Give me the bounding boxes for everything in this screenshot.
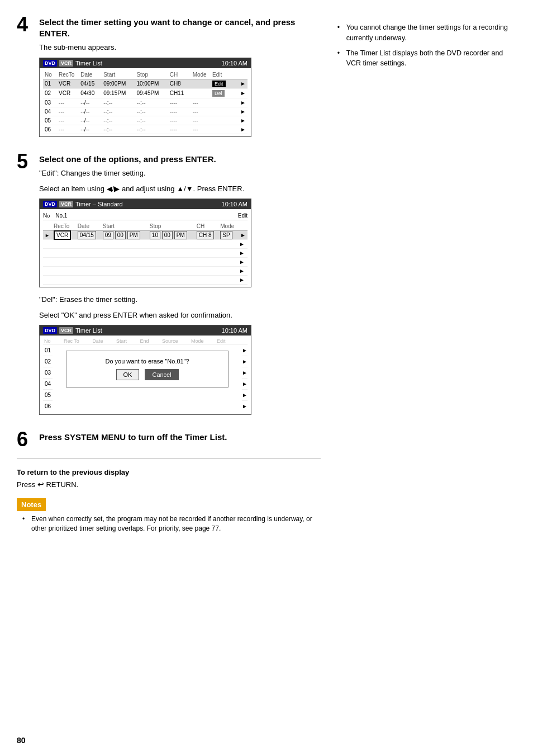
row2-mode	[191, 88, 211, 98]
row1-ch: CH8	[168, 79, 191, 88]
row2-stop: 09:45PM	[135, 88, 168, 98]
timer-list-time-2: 10:10 AM	[222, 327, 248, 334]
row5-recto: ---	[57, 116, 79, 125]
row4-recto: ---	[57, 107, 79, 116]
ts-col-recto: RecTo	[52, 222, 76, 231]
dvd-badge-1: DVD	[43, 60, 57, 67]
row1-mode	[191, 79, 211, 88]
ts-row-recto: VCR	[52, 231, 76, 240]
row3-recto: ---	[57, 98, 79, 107]
table-row: 04 --- --/-- --:-- --:-- ---- --- ►	[43, 107, 248, 116]
arrow-01: ►	[242, 346, 248, 356]
row3-start: --:--	[102, 98, 135, 107]
col-no: No	[43, 70, 57, 79]
right-dot-2: •	[337, 48, 343, 69]
step5-block: 5 Select one of the options, and press E…	[17, 154, 321, 422]
row2-recto: VCR	[57, 88, 79, 98]
row6-edit	[211, 125, 237, 134]
arrow-02: ►	[242, 357, 248, 367]
vcr-badge-3: VCR	[59, 327, 73, 334]
timer-list-body-1: No RecTo Date Start Stop CH Mode Edit	[40, 68, 251, 136]
row3-edit	[211, 98, 237, 107]
timer-list-title-1: Timer List	[75, 60, 102, 67]
row3-mode: ---	[191, 98, 211, 107]
ts-row-arrow: ►	[239, 231, 248, 240]
mode-field: SP	[220, 231, 232, 239]
arrow-03: ►	[242, 368, 248, 379]
timer-list-box-1: DVD VCR Timer List 10:10 AM No RecTo	[39, 58, 251, 137]
timer-standard-col-row: RecTo Date Start Stop CH Mode	[43, 222, 248, 231]
arrow-04: ►	[242, 380, 248, 390]
confirm-dialog-wrapper: Do you want to erase "No.01"? OK Cancel	[55, 346, 240, 412]
return-body: Press ↩ RETURN.	[17, 479, 321, 490]
col-mode: Mode	[191, 70, 211, 79]
timer-list-box-2: DVD VCR Timer List 10:10 AM NoRec ToDate…	[39, 325, 251, 415]
step5-del-desc2: Select "OK" and press ENTER when asked f…	[39, 310, 321, 321]
row-numbers: 01 02 03 04 05 06	[43, 346, 53, 412]
vcr-badge-1: VCR	[59, 60, 73, 67]
ok-button[interactable]: OK	[116, 369, 140, 380]
table-row: 02 VCR 04/30 09:15PM 09:45PM CH11 Del ►	[43, 88, 248, 98]
dvd-badge-3: DVD	[43, 327, 57, 334]
row1-edit[interactable]: Edit	[211, 79, 237, 88]
timer-list-body-2: NoRec ToDateStartEndSourceModeEdit 01 02…	[40, 336, 251, 414]
return-section: To return to the previous display Press …	[17, 468, 321, 490]
row6-stop: --:--	[135, 125, 168, 134]
ts-row-mode: SP	[218, 231, 239, 240]
row1-start: 09:00PM	[102, 79, 135, 88]
right-bullet-2: • The Timer List displays both the DVD r…	[337, 48, 516, 69]
right-bullet-2-text: The Timer List displays both the DVD rec…	[346, 48, 516, 69]
confirm-dialog: Do you want to erase "No.01"? OK Cancel	[66, 351, 229, 388]
row1-no: 01	[43, 79, 57, 88]
row1-stop: 10:00PM	[135, 79, 168, 88]
table-row: 03 --- --/-- --:-- --:-- ---- --- ►	[43, 98, 248, 107]
row6-arrow: ►	[237, 125, 248, 134]
ts-col-mode: Mode	[218, 222, 239, 231]
row4-date: --/--	[79, 107, 102, 116]
timer-standard-title: Timer – Standard	[75, 201, 123, 207]
row-num-04: 04	[43, 380, 53, 390]
row2-no: 02	[43, 88, 57, 98]
timer-standard-box: DVD VCR Timer – Standard 10:10 AM No No.…	[39, 199, 251, 287]
row-num-02: 02	[43, 357, 53, 367]
row2-edit[interactable]: Del	[211, 88, 237, 98]
timer-list-header-2: DVD VCR Timer List 10:10 AM	[40, 325, 251, 336]
cancel-button[interactable]: Cancel	[145, 369, 178, 380]
step4-subtitle: The sub-menu appears.	[39, 42, 321, 53]
row-num-06: 06	[43, 402, 53, 412]
vcr-badge-2: VCR	[59, 201, 73, 207]
row5-edit	[211, 116, 237, 125]
ts-row-start: 09 00 PM	[101, 231, 148, 240]
row1-arrow: ►	[237, 79, 248, 88]
notes-section: Notes • Even when correctly set, the pro…	[17, 498, 321, 533]
row4-arrow: ►	[237, 107, 248, 116]
ch-field: CH 8	[197, 231, 214, 239]
row-num-01: 01	[43, 346, 53, 356]
col-recto: RecTo	[57, 70, 79, 79]
start-h-field: 09	[103, 231, 113, 239]
row3-stop: --:--	[135, 98, 168, 107]
start-min-field: 00	[115, 231, 126, 239]
timer-list-blurred-header: NoRec ToDateStartEndSourceModeEdit	[43, 338, 248, 345]
confirm-buttons: OK Cancel	[75, 369, 219, 380]
col-date: Date	[79, 70, 102, 79]
timer-list-header-row-1: No RecTo Date Start Stop CH Mode Edit	[43, 70, 248, 79]
section-divider	[17, 459, 321, 459]
date-field: 04/15	[78, 231, 96, 239]
vcr-field: VCR	[54, 230, 71, 240]
table-row: ►	[43, 258, 248, 267]
row4-start: --:--	[102, 107, 135, 116]
arrow-05: ►	[242, 391, 248, 401]
stop-h-field: 10	[150, 231, 160, 239]
col-ch: CH	[168, 70, 191, 79]
table-row: ►	[43, 240, 248, 249]
row4-mode: ---	[191, 107, 211, 116]
right-dot-1: •	[337, 22, 343, 44]
row3-date: --/--	[79, 98, 102, 107]
row-num-05: 05	[43, 391, 53, 401]
return-icon: ↩	[37, 480, 44, 489]
start-ampm-field: PM	[127, 231, 140, 239]
row1-date: 04/15	[79, 79, 102, 88]
row5-arrow: ►	[237, 116, 248, 125]
ts-row-ch: CH 8	[195, 231, 218, 240]
